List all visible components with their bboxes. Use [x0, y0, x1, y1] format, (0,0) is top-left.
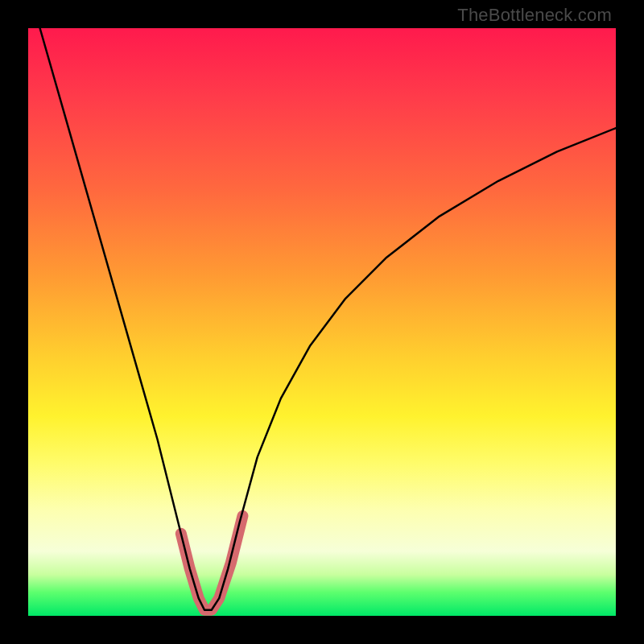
chart-container: TheBottleneck.com — [0, 0, 644, 644]
red-accent-segment — [181, 516, 243, 610]
black-curve — [40, 28, 616, 610]
watermark-label: TheBottleneck.com — [457, 5, 612, 26]
chart-svg — [28, 28, 616, 616]
plot-area — [28, 28, 616, 616]
